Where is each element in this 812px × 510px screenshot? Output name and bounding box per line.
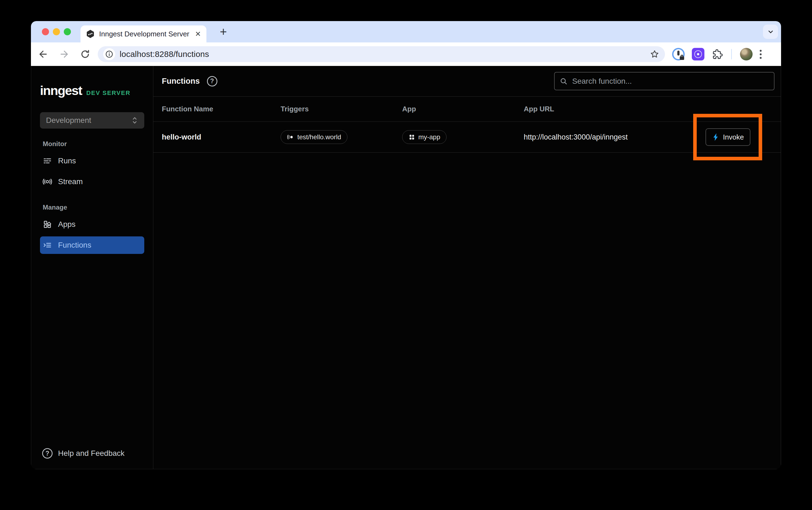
browser-menu-icon[interactable] <box>760 50 762 59</box>
column-header-triggers: Triggers <box>281 105 402 113</box>
search-icon <box>559 77 568 85</box>
tab-strip: Inngest Development Server ✕ + <box>31 21 781 42</box>
apps-icon <box>43 220 52 229</box>
section-label-monitor: Monitor <box>43 140 153 148</box>
minimize-window-button[interactable] <box>53 28 60 35</box>
help-and-feedback-label: Help and Feedback <box>58 449 124 458</box>
invoke-label: Invoke <box>723 133 744 142</box>
main-header: Functions ? <box>153 66 781 97</box>
sidebar: inngest DEV SERVER Development Monitor R… <box>31 66 153 469</box>
unfold-icon <box>131 116 138 124</box>
extensions-puzzle-icon[interactable] <box>712 49 723 60</box>
help-and-feedback-link[interactable]: ? Help and Feedback <box>31 448 153 469</box>
invoke-button[interactable]: Invoke <box>705 128 750 146</box>
table-header: Function Name Triggers App App URL <box>153 97 781 122</box>
toolbar-divider <box>731 49 732 59</box>
site-info-icon[interactable] <box>103 48 115 60</box>
main-panel: Functions ? Function Name Triggers App A… <box>153 66 781 469</box>
browser-tab[interactable]: Inngest Development Server ✕ <box>81 25 206 42</box>
sidebar-item-runs[interactable]: Runs <box>40 152 144 170</box>
help-icon: ? <box>42 448 53 458</box>
trigger-badge[interactable]: test/hello.world <box>281 130 347 144</box>
sidebar-item-functions[interactable]: Functions <box>40 236 144 254</box>
app-grid-icon <box>408 134 415 140</box>
app-label: my-app <box>418 133 440 141</box>
reload-icon <box>80 49 90 59</box>
forward-arrow-icon <box>59 49 70 60</box>
environment-selector[interactable]: Development <box>40 112 144 128</box>
password-manager-extension-icon[interactable] <box>672 48 685 60</box>
column-header-app-url: App URL <box>524 105 781 113</box>
event-trigger-icon <box>287 133 294 141</box>
sidebar-item-label: Stream <box>58 177 83 186</box>
close-tab-icon[interactable]: ✕ <box>195 30 201 38</box>
forward-button[interactable] <box>58 48 70 60</box>
function-name-cell: hello-world <box>162 133 281 142</box>
sidebar-item-label: Runs <box>58 156 76 165</box>
section-label-manage: Manage <box>43 204 153 211</box>
url-bar[interactable]: localhost:8288/functions <box>98 46 665 62</box>
back-button[interactable] <box>37 48 49 60</box>
column-header-app: App <box>402 105 524 113</box>
help-circle-icon[interactable]: ? <box>207 76 218 86</box>
purple-extension-icon[interactable] <box>692 48 704 60</box>
extension-icons <box>672 48 769 60</box>
fullscreen-window-button[interactable] <box>64 28 71 35</box>
inngest-logo: inngest <box>40 83 82 98</box>
sidebar-item-label: Apps <box>58 220 76 229</box>
table-row[interactable]: hello-world test/hello.world my-app <box>153 122 781 153</box>
app-content: inngest DEV SERVER Development Monitor R… <box>31 66 781 469</box>
page-title: Functions <box>162 77 200 86</box>
column-header-function-name: Function Name <box>162 105 281 113</box>
chevron-down-icon <box>767 28 774 35</box>
sidebar-item-apps[interactable]: Apps <box>40 216 144 233</box>
back-arrow-icon <box>37 49 49 60</box>
logo-row: inngest DEV SERVER <box>31 83 153 98</box>
screen: Inngest Development Server ✕ + <box>0 0 812 510</box>
runs-icon <box>43 156 52 166</box>
sidebar-item-stream[interactable]: Stream <box>40 173 144 190</box>
close-window-button[interactable] <box>42 28 49 35</box>
search-input[interactable] <box>572 77 769 86</box>
lightning-icon <box>712 133 719 141</box>
trigger-label: test/hello.world <box>297 133 341 141</box>
tab-title: Inngest Development Server <box>99 30 192 38</box>
window-controls <box>42 28 71 35</box>
browser-toolbar: localhost:8288/functions <box>31 42 781 66</box>
app-badge[interactable]: my-app <box>402 130 446 144</box>
tab-search-button[interactable] <box>763 25 778 39</box>
sidebar-item-label: Functions <box>58 241 91 249</box>
environment-value: Development <box>46 116 91 125</box>
profile-avatar[interactable] <box>740 48 753 60</box>
inngest-favicon <box>86 30 95 38</box>
browser-window: Inngest Development Server ✕ + <box>31 21 781 469</box>
app-url-cell: http://localhost:3000/api/inngest <box>524 133 628 141</box>
search-function-box[interactable] <box>554 72 775 90</box>
url-text: localhost:8288/functions <box>120 50 650 59</box>
reload-button[interactable] <box>79 48 91 60</box>
bookmark-star-icon[interactable] <box>650 49 660 59</box>
functions-icon <box>43 240 52 250</box>
new-tab-button[interactable]: + <box>220 24 227 40</box>
stream-icon <box>43 177 52 186</box>
dev-server-badge: DEV SERVER <box>86 89 130 97</box>
